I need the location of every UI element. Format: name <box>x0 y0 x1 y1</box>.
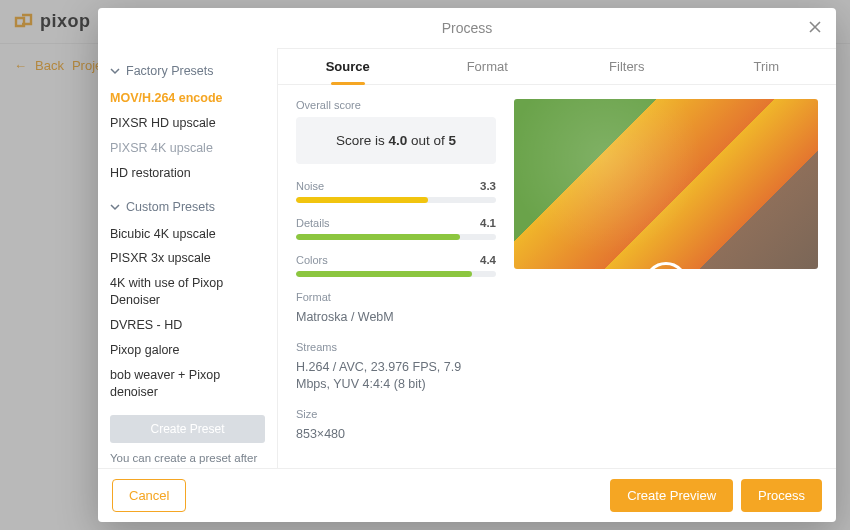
streams-label: Streams <box>296 341 496 353</box>
preset-item[interactable]: MOV/H.264 encode <box>110 86 265 111</box>
preset-item[interactable]: Bicubic 4K upscale <box>110 222 265 247</box>
chevron-down-icon <box>110 66 120 76</box>
meter-label: Colors <box>296 254 328 266</box>
source-panel: Overall score Score is 4.0 out of 5 Nois… <box>278 85 836 468</box>
play-icon[interactable] <box>644 262 688 306</box>
preset-item[interactable]: PIXSR 4K upscale <box>110 136 265 161</box>
preset-item[interactable]: 4K with use of Pixop Denoiser <box>110 271 265 313</box>
create-preset-button: Create Preset <box>110 415 265 443</box>
format-label: Format <box>296 291 496 303</box>
streams-value: H.264 / AVC, 23.976 FPS, 7.9 Mbps, YUV 4… <box>296 359 496 394</box>
factory-presets-header[interactable]: Factory Presets <box>110 64 265 78</box>
modal-tabs: SourceFormatFiltersTrim <box>278 48 836 85</box>
tab-filters[interactable]: Filters <box>557 49 697 84</box>
size-value: 853×480 <box>296 426 496 444</box>
tab-source[interactable]: Source <box>278 49 418 84</box>
overall-score-label: Overall score <box>296 99 496 111</box>
meter-label: Noise <box>296 180 324 192</box>
preset-item[interactable]: Pixop galore <box>110 338 265 363</box>
meter-bar <box>296 197 496 203</box>
process-modal: Process Factory Presets MOV/H.264 encode… <box>98 8 836 522</box>
tab-trim[interactable]: Trim <box>697 49 837 84</box>
preset-sidebar: Factory Presets MOV/H.264 encodePIXSR HD… <box>98 48 278 468</box>
tab-format[interactable]: Format <box>418 49 558 84</box>
size-label: Size <box>296 408 496 420</box>
meter-noise: Noise3.3 <box>296 180 496 203</box>
custom-presets-header[interactable]: Custom Presets <box>110 200 265 214</box>
preset-item[interactable]: PISXR 3x upscale <box>110 246 265 271</box>
meter-colors: Colors4.4 <box>296 254 496 277</box>
cancel-button[interactable]: Cancel <box>112 479 186 512</box>
meter-label: Details <box>296 217 330 229</box>
chevron-down-icon <box>110 202 120 212</box>
meter-bar <box>296 271 496 277</box>
meter-value: 4.1 <box>480 217 496 229</box>
create-preview-button[interactable]: Create Preview <box>610 479 733 512</box>
close-icon[interactable] <box>808 20 822 37</box>
modal-header: Process <box>98 8 836 48</box>
process-button[interactable]: Process <box>741 479 822 512</box>
modal-footer: Cancel Create Preview Process <box>98 468 836 522</box>
modal-title: Process <box>442 20 493 36</box>
format-value: Matroska / WebM <box>296 309 496 327</box>
preset-item[interactable]: HD restoration <box>110 161 265 186</box>
preset-item[interactable]: PIXSR HD upscale <box>110 111 265 136</box>
video-thumbnail <box>514 99 818 468</box>
meter-details: Details4.1 <box>296 217 496 240</box>
preset-hint: You can create a preset after changing t… <box>110 451 265 469</box>
thumbnail-image <box>514 99 818 269</box>
meter-value: 4.4 <box>480 254 496 266</box>
preset-item[interactable]: bob weaver + Pixop denoiser <box>110 363 265 405</box>
overall-score-box: Score is 4.0 out of 5 <box>296 117 496 164</box>
preset-item[interactable]: DVRES - HD <box>110 313 265 338</box>
meter-value: 3.3 <box>480 180 496 192</box>
meter-bar <box>296 234 496 240</box>
